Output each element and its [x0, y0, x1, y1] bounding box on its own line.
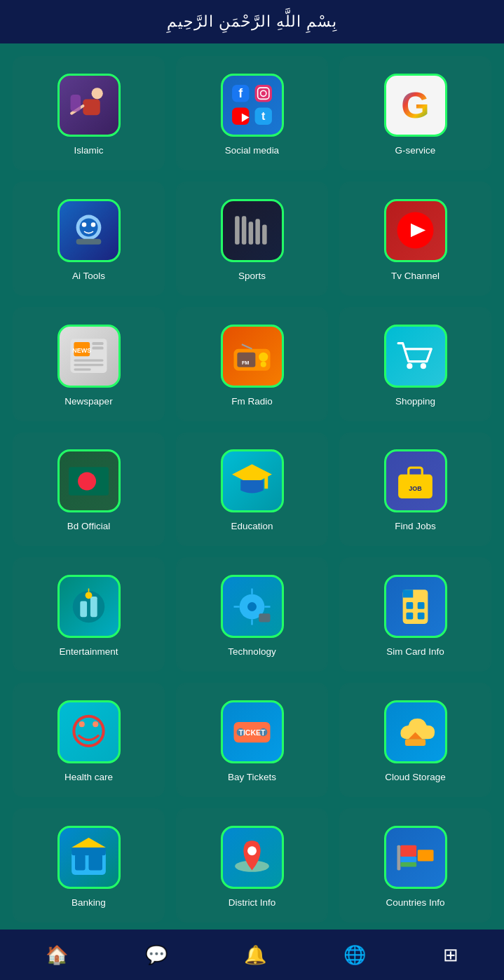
svg-rect-83	[400, 845, 416, 856]
fm-radio-icon-box: FM	[221, 325, 284, 388]
nav-home[interactable]: 🏠	[46, 944, 68, 966]
grid-item-district-info[interactable]: District Info	[176, 808, 328, 923]
grid-item-shopping[interactable]: Shopping	[339, 307, 491, 421]
grid-item-ai-tools[interactable]: Ai Tools	[13, 182, 165, 296]
grid-item-banking[interactable]: Banking	[13, 808, 165, 923]
entertainment-label: Entertainment	[59, 646, 118, 657]
svg-text:FM: FM	[242, 360, 250, 366]
apps-icon: ⊞	[443, 944, 458, 966]
grid-item-find-jobs[interactable]: JOB Find Jobs	[339, 433, 491, 547]
newspaper-label: Newspaper	[64, 396, 112, 407]
globe-icon: 🌐	[343, 944, 366, 966]
svg-rect-32	[74, 369, 90, 371]
sports-label: Sports	[238, 271, 266, 281]
countries-info-label: Countries Info	[386, 897, 444, 908]
svg-point-14	[80, 219, 98, 237]
grid-item-health-care[interactable]: Health care	[13, 683, 165, 797]
svg-point-16	[91, 222, 96, 227]
social-media-icon-box: f t	[221, 74, 284, 137]
chat-icon: 💬	[145, 944, 168, 966]
svg-text:f: f	[238, 86, 243, 100]
header: بِسْمِ اللَّهِ الرَّحْمَنِ الرَّحِيمِ	[0, 0, 504, 43]
grid-item-education[interactable]: Education	[176, 433, 328, 547]
entertainment-icon-box	[57, 575, 121, 638]
svg-rect-62	[407, 602, 414, 609]
svg-rect-29	[92, 347, 103, 350]
grid-item-social-media[interactable]: f t Social media	[176, 56, 328, 170]
svg-rect-21	[255, 219, 260, 245]
svg-line-37	[242, 344, 252, 349]
grid-item-newspaper[interactable]: NEWS Newspaper	[13, 307, 165, 421]
svg-marker-79	[71, 838, 106, 848]
home-icon: 🏠	[46, 944, 68, 966]
svg-rect-59	[259, 613, 270, 622]
nav-globe[interactable]: 🌐	[343, 944, 366, 966]
svg-point-68	[79, 721, 85, 727]
svg-text:JOB: JOB	[409, 484, 422, 491]
bd-official-icon-box	[57, 449, 121, 512]
education-label: Education	[231, 521, 273, 531]
grid-item-countries-info[interactable]: Countries Info	[339, 808, 491, 923]
bd-official-label: Bd Official	[67, 521, 110, 531]
sports-icon-box	[221, 199, 284, 262]
g-service-label: G-service	[395, 145, 436, 156]
district-info-icon-box	[221, 826, 284, 889]
svg-point-67	[93, 721, 98, 727]
grid-item-tv-channel[interactable]: Tv Channel	[339, 182, 491, 296]
svg-rect-84	[400, 856, 416, 862]
svg-point-39	[407, 363, 412, 369]
grid-item-cloud-storage[interactable]: Cloud Storage	[339, 683, 491, 797]
svg-rect-17	[76, 239, 102, 245]
svg-point-81	[247, 846, 257, 855]
svg-rect-19	[242, 216, 247, 245]
grid-item-sports[interactable]: Sports	[176, 182, 328, 296]
tv-channel-label: Tv Channel	[391, 271, 440, 281]
fm-radio-label: Fm Radio	[231, 396, 273, 407]
nav-chat[interactable]: 💬	[145, 944, 168, 966]
svg-rect-31	[74, 364, 103, 366]
bay-tickets-icon-box: TICKET	[221, 700, 284, 763]
grid-item-bay-tickets[interactable]: TICKET Bay Tickets	[176, 683, 328, 797]
sim-card-info-icon-box	[384, 575, 447, 638]
app-grid: Islamic f t Social mediaGG-service Ai To…	[0, 43, 504, 930]
find-jobs-label: Find Jobs	[395, 521, 436, 531]
banking-label: Banking	[71, 897, 106, 908]
svg-rect-44	[264, 475, 268, 489]
grid-item-islamic[interactable]: Islamic	[13, 56, 165, 170]
grid-item-bd-official[interactable]: Bd Official	[13, 433, 165, 547]
svg-rect-22	[262, 225, 267, 245]
grid-item-entertainment[interactable]: Entertainment	[13, 557, 165, 672]
svg-point-42	[78, 472, 96, 490]
bottom-navigation: 🏠 💬 🔔 🌐 ⊞	[0, 930, 504, 980]
svg-point-35	[259, 353, 268, 362]
islamic-label: Islamic	[74, 145, 103, 156]
svg-marker-61	[403, 590, 414, 597]
svg-rect-18	[235, 216, 240, 245]
svg-point-15	[82, 222, 87, 227]
svg-rect-77	[75, 854, 86, 870]
svg-point-36	[261, 362, 266, 367]
svg-text:t: t	[261, 110, 266, 123]
grid-item-technology[interactable]: Technology	[176, 557, 328, 672]
grid-item-fm-radio[interactable]: FM Fm Radio	[176, 307, 328, 421]
islamic-icon-box	[57, 74, 121, 137]
svg-rect-20	[249, 222, 254, 245]
g-service-icon-box: G	[384, 74, 447, 137]
svg-point-66	[74, 716, 103, 745]
nav-apps[interactable]: ⊞	[443, 944, 458, 966]
ai-tools-label: Ai Tools	[72, 271, 105, 281]
svg-rect-30	[74, 360, 103, 362]
district-info-label: District Info	[229, 897, 276, 908]
banking-icon-box	[57, 826, 121, 889]
header-title: بِسْمِ اللَّهِ الرَّحْمَنِ الرَّحِيمِ	[167, 13, 337, 30]
cloud-storage-label: Cloud Storage	[385, 772, 445, 782]
grid-item-g-service[interactable]: GG-service	[339, 56, 491, 170]
nav-bell[interactable]: 🔔	[244, 944, 266, 966]
grid-item-sim-card-info[interactable]: Sim Card Info	[339, 557, 491, 672]
svg-rect-1	[83, 100, 100, 116]
bay-tickets-label: Bay Tickets	[228, 772, 276, 782]
svg-rect-73	[405, 739, 425, 746]
svg-rect-76	[71, 847, 106, 855]
education-icon-box	[221, 449, 284, 512]
svg-rect-86	[418, 850, 434, 861]
